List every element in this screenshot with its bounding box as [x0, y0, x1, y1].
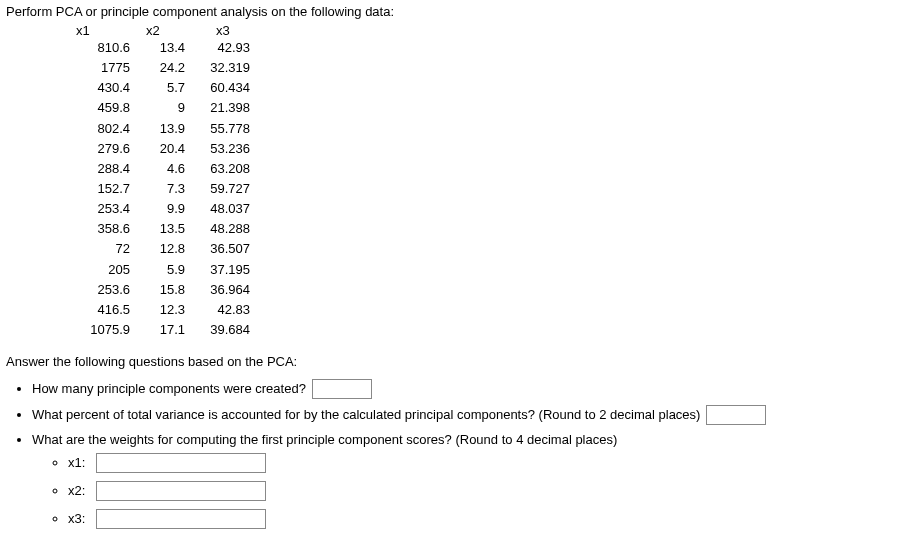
weight-x3-label: x3: — [68, 510, 92, 528]
cell-x2: 13.9 — [136, 119, 191, 139]
answer-input-x1[interactable] — [96, 453, 266, 473]
weight-x2-label: x2: — [68, 482, 92, 500]
question-3-text: What are the weights for computing the f… — [32, 432, 617, 447]
cell-x3: 42.83 — [191, 300, 256, 320]
cell-x2: 13.5 — [136, 219, 191, 239]
data-table: x1 x2 x3 810.613.442.93177524.232.319430… — [66, 23, 913, 340]
question-list: How many principle components were creat… — [32, 379, 913, 529]
cell-x3: 32.319 — [191, 58, 256, 78]
table-row: 358.613.548.288 — [66, 219, 913, 239]
header-x2: x2 — [136, 23, 206, 38]
weight-x1-row: x1: — [68, 453, 913, 473]
cell-x1: 802.4 — [66, 119, 136, 139]
cell-x1: 810.6 — [66, 38, 136, 58]
answer-input-x2[interactable] — [96, 481, 266, 501]
cell-x1: 253.6 — [66, 280, 136, 300]
question-3: What are the weights for computing the f… — [32, 431, 913, 529]
answer-input-q1[interactable] — [312, 379, 372, 399]
cell-x2: 9.9 — [136, 199, 191, 219]
cell-x2: 5.7 — [136, 78, 191, 98]
table-row: 279.620.453.236 — [66, 139, 913, 159]
table-row: 253.615.836.964 — [66, 280, 913, 300]
intro-text: Perform PCA or principle component analy… — [6, 4, 913, 19]
question-2: What percent of total variance is accoun… — [32, 405, 913, 425]
cell-x2: 9 — [136, 98, 191, 118]
cell-x2: 20.4 — [136, 139, 191, 159]
cell-x2: 7.3 — [136, 179, 191, 199]
cell-x1: 416.5 — [66, 300, 136, 320]
answer-prompt: Answer the following questions based on … — [6, 354, 913, 369]
table-row: 810.613.442.93 — [66, 38, 913, 58]
cell-x2: 12.3 — [136, 300, 191, 320]
cell-x1: 459.8 — [66, 98, 136, 118]
cell-x2: 12.8 — [136, 239, 191, 259]
cell-x1: 152.7 — [66, 179, 136, 199]
table-row: 7212.836.507 — [66, 239, 913, 259]
cell-x1: 430.4 — [66, 78, 136, 98]
cell-x2: 24.2 — [136, 58, 191, 78]
table-row: 152.77.359.727 — [66, 179, 913, 199]
weight-x1-label: x1: — [68, 454, 92, 472]
cell-x3: 53.236 — [191, 139, 256, 159]
weight-x3-row: x3: — [68, 509, 913, 529]
table-row: 2055.937.195 — [66, 260, 913, 280]
weight-x2-row: x2: — [68, 481, 913, 501]
weights-list: x1: x2: x3: — [68, 453, 913, 529]
table-row: 253.49.948.037 — [66, 199, 913, 219]
cell-x1: 1075.9 — [66, 320, 136, 340]
question-1-text: How many principle components were creat… — [32, 380, 306, 398]
table-row: 177524.232.319 — [66, 58, 913, 78]
cell-x3: 48.288 — [191, 219, 256, 239]
cell-x2: 13.4 — [136, 38, 191, 58]
table-row: 288.44.663.208 — [66, 159, 913, 179]
cell-x1: 358.6 — [66, 219, 136, 239]
table-row: 459.8921.398 — [66, 98, 913, 118]
header-x3: x3 — [206, 23, 276, 38]
cell-x3: 59.727 — [191, 179, 256, 199]
table-row: 416.512.342.83 — [66, 300, 913, 320]
cell-x1: 1775 — [66, 58, 136, 78]
cell-x3: 36.507 — [191, 239, 256, 259]
cell-x3: 48.037 — [191, 199, 256, 219]
cell-x3: 60.434 — [191, 78, 256, 98]
header-x1: x1 — [66, 23, 136, 38]
table-header-row: x1 x2 x3 — [66, 23, 913, 38]
cell-x3: 39.684 — [191, 320, 256, 340]
table-row: 430.45.760.434 — [66, 78, 913, 98]
cell-x3: 55.778 — [191, 119, 256, 139]
cell-x3: 21.398 — [191, 98, 256, 118]
table-row: 1075.917.139.684 — [66, 320, 913, 340]
cell-x1: 72 — [66, 239, 136, 259]
cell-x1: 288.4 — [66, 159, 136, 179]
answer-input-x3[interactable] — [96, 509, 266, 529]
cell-x2: 4.6 — [136, 159, 191, 179]
cell-x1: 253.4 — [66, 199, 136, 219]
question-1: How many principle components were creat… — [32, 379, 913, 399]
cell-x2: 15.8 — [136, 280, 191, 300]
cell-x1: 279.6 — [66, 139, 136, 159]
table-row: 802.413.955.778 — [66, 119, 913, 139]
cell-x3: 63.208 — [191, 159, 256, 179]
cell-x3: 37.195 — [191, 260, 256, 280]
cell-x3: 36.964 — [191, 280, 256, 300]
answer-input-q2[interactable] — [706, 405, 766, 425]
cell-x2: 17.1 — [136, 320, 191, 340]
question-2-text: What percent of total variance is accoun… — [32, 406, 700, 424]
cell-x1: 205 — [66, 260, 136, 280]
cell-x3: 42.93 — [191, 38, 256, 58]
cell-x2: 5.9 — [136, 260, 191, 280]
